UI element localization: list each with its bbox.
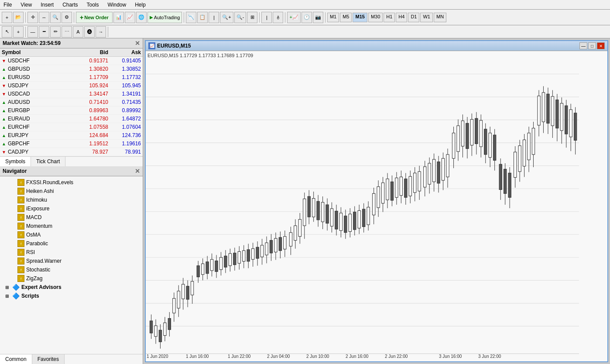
market-watch-row[interactable]: ▲ EURGBP 0.89963 0.89992 bbox=[0, 106, 143, 115]
market-watch-row[interactable]: ▲ EURJPY 124.684 124.736 bbox=[0, 131, 143, 140]
market-watch-row[interactable]: ▲ GBPUSD 1.30820 1.30852 bbox=[0, 65, 143, 73]
navigator-close[interactable]: ✕ bbox=[135, 168, 140, 175]
market-watch-row[interactable]: ▲ GBPCHF 1.19512 1.19616 bbox=[0, 140, 143, 148]
menu-file[interactable]: File bbox=[2, 1, 14, 9]
mw-tab-tick-chart[interactable]: Tick Chart bbox=[31, 157, 65, 166]
line-btn[interactable]: — bbox=[27, 26, 38, 38]
chart-maximize-btn[interactable]: □ bbox=[588, 42, 596, 49]
split-btn[interactable]: ⊞ bbox=[247, 12, 257, 23]
menu-bar: File View Insert Charts Tools Window Hel… bbox=[0, 0, 610, 10]
nav-tab-favorites[interactable]: Favorites bbox=[32, 354, 65, 364]
nav-indicator-item[interactable]: f Ichimoku bbox=[9, 196, 141, 204]
nav-group-scripts[interactable]: ⊞ 🔷 Scripts bbox=[2, 292, 141, 300]
nav-indicator-item[interactable]: f Momentum bbox=[9, 222, 141, 230]
zoom-out-btn[interactable]: 🔍- bbox=[234, 12, 247, 23]
nav-indicator-item[interactable]: f MACD bbox=[9, 213, 141, 222]
market-watch-row[interactable]: ▲ EURCHF 1.07558 1.07604 bbox=[0, 123, 143, 131]
svg-rect-180 bbox=[538, 96, 540, 125]
bar-btn[interactable]: | bbox=[261, 12, 272, 23]
nav-indicator-item[interactable]: f Stochastic bbox=[9, 265, 141, 274]
bid-price: 0.71410 bbox=[75, 99, 108, 105]
nav-indicator-item[interactable]: f OsMA bbox=[9, 230, 141, 239]
tf-h4[interactable]: H4 bbox=[396, 13, 407, 22]
pencil-btn[interactable]: ✏ bbox=[50, 26, 61, 38]
move-btn[interactable]: ↔ bbox=[39, 12, 49, 23]
screenshot-btn[interactable]: 📷 bbox=[313, 12, 323, 23]
tf-m1[interactable]: M1 bbox=[327, 13, 339, 22]
globe-btn[interactable]: 🌐 bbox=[136, 12, 147, 23]
clock-btn[interactable]: 🕐 bbox=[302, 12, 312, 23]
svg-rect-126 bbox=[409, 176, 411, 196]
market-watch-row[interactable]: ▼ USDCHF 0.91371 0.91405 bbox=[0, 57, 143, 65]
indicator-icon: f bbox=[17, 196, 24, 203]
nav-indicator-item[interactable]: f FXSSI.RoundLevels bbox=[9, 178, 141, 187]
svg-rect-34 bbox=[197, 266, 199, 277]
new-order-btn[interactable]: + New Order bbox=[76, 12, 113, 23]
tf-d1[interactable]: D1 bbox=[408, 13, 419, 22]
template-btn[interactable]: 📋 bbox=[197, 12, 208, 23]
svg-rect-136 bbox=[432, 159, 435, 182]
nav-group-experts[interactable]: ⊞ 🔷 Expert Advisors bbox=[2, 283, 141, 292]
tf-m15[interactable]: M15 bbox=[353, 13, 367, 22]
market-watch-row[interactable]: ▲ EURAUD 1.64780 1.64872 bbox=[0, 115, 143, 123]
svg-rect-22 bbox=[168, 319, 171, 330]
buy-btn[interactable]: 📊 bbox=[113, 12, 124, 23]
market-watch-close[interactable]: ✕ bbox=[135, 40, 140, 47]
tf-m5[interactable]: M5 bbox=[340, 13, 352, 22]
svg-rect-144 bbox=[452, 133, 455, 158]
chart-minimize-btn[interactable]: — bbox=[579, 42, 587, 49]
nav-indicator-item[interactable]: f Parabolic bbox=[9, 239, 141, 248]
arrow-btn[interactable]: → bbox=[96, 26, 106, 38]
tf-m30[interactable]: M30 bbox=[368, 13, 383, 22]
menu-help[interactable]: Help bbox=[133, 1, 147, 9]
properties-btn[interactable]: ⚙ bbox=[62, 12, 72, 23]
market-watch-row[interactable]: ▼ USDJPY 105.924 105.945 bbox=[0, 82, 143, 90]
zoom-in-btn[interactable]: 🔍+ bbox=[220, 12, 233, 23]
nav-tab-common[interactable]: Common bbox=[0, 354, 32, 364]
text-btn[interactable]: A bbox=[73, 26, 83, 38]
menu-tools[interactable]: Tools bbox=[85, 1, 101, 9]
tf-h1[interactable]: H1 bbox=[384, 13, 395, 22]
main-layout: Market Watch: 23:54:59 ✕ Symbol Bid Ask … bbox=[0, 38, 610, 364]
menu-insert[interactable]: Insert bbox=[39, 1, 55, 9]
nav-indicator-item[interactable]: f Spread.Warner bbox=[9, 257, 141, 265]
indicator-btn[interactable]: 📉 bbox=[186, 12, 196, 23]
new-chart-btn[interactable]: + bbox=[2, 12, 12, 23]
add-indicator-btn[interactable]: +📈 bbox=[287, 12, 300, 23]
menu-view[interactable]: View bbox=[19, 1, 34, 9]
tf-mn[interactable]: MN bbox=[434, 13, 446, 22]
hline-btn[interactable]: ━ bbox=[39, 26, 49, 38]
nav-indicator-item[interactable]: f iExposure bbox=[9, 204, 141, 213]
chart-close-btn[interactable]: ✕ bbox=[597, 42, 605, 49]
textbox-btn[interactable]: 🅐 bbox=[84, 26, 95, 38]
svg-rect-36 bbox=[202, 264, 204, 275]
menu-window[interactable]: Window bbox=[106, 1, 128, 9]
tf-w1[interactable]: W1 bbox=[420, 13, 433, 22]
market-watch-row[interactable]: ▲ EURUSD 1.17709 1.17732 bbox=[0, 73, 143, 82]
indicator-name: Ichimoku bbox=[26, 197, 47, 203]
crosshair-btn[interactable]: ✛ bbox=[27, 12, 38, 23]
svg-rect-94 bbox=[335, 211, 338, 229]
time-label-8: 3 Jun 22:00 bbox=[478, 354, 501, 359]
nav-indicator-item[interactable]: f ZigZag bbox=[9, 274, 141, 283]
dotline-btn[interactable]: ⋯ bbox=[62, 26, 72, 38]
market-watch-row[interactable]: ▲ AUDUSD 0.71410 0.71435 bbox=[0, 98, 143, 106]
svg-rect-54 bbox=[243, 251, 245, 261]
market-watch-row[interactable]: ▼ CADJPY 78.927 78.991 bbox=[0, 148, 143, 156]
mw-tab-symbols[interactable]: Symbols bbox=[0, 157, 31, 166]
nav-indicator-item[interactable]: f RSI bbox=[9, 248, 141, 257]
autotrading-btn[interactable]: ▶ AutoTrading bbox=[147, 12, 182, 23]
sell-btn[interactable]: 📈 bbox=[125, 12, 135, 23]
period-sep-btn[interactable]: | bbox=[209, 12, 219, 23]
ask-price: 1.30852 bbox=[108, 66, 141, 72]
open-btn[interactable]: 📂 bbox=[13, 12, 24, 23]
zoom-btn[interactable]: 🔍 bbox=[50, 12, 61, 23]
menu-charts[interactable]: Charts bbox=[61, 1, 79, 9]
nav-indicator-item[interactable]: f Heiken Ashi bbox=[9, 187, 141, 196]
market-watch-row[interactable]: ▼ USDCAD 1.34147 1.34191 bbox=[0, 90, 143, 98]
crosshair2-btn[interactable]: + bbox=[13, 26, 24, 38]
indicator-icon: f bbox=[17, 214, 24, 221]
svg-rect-58 bbox=[252, 249, 254, 260]
candle-btn[interactable]: 🕯 bbox=[273, 12, 283, 23]
cursor-btn[interactable]: ↖ bbox=[2, 26, 12, 38]
